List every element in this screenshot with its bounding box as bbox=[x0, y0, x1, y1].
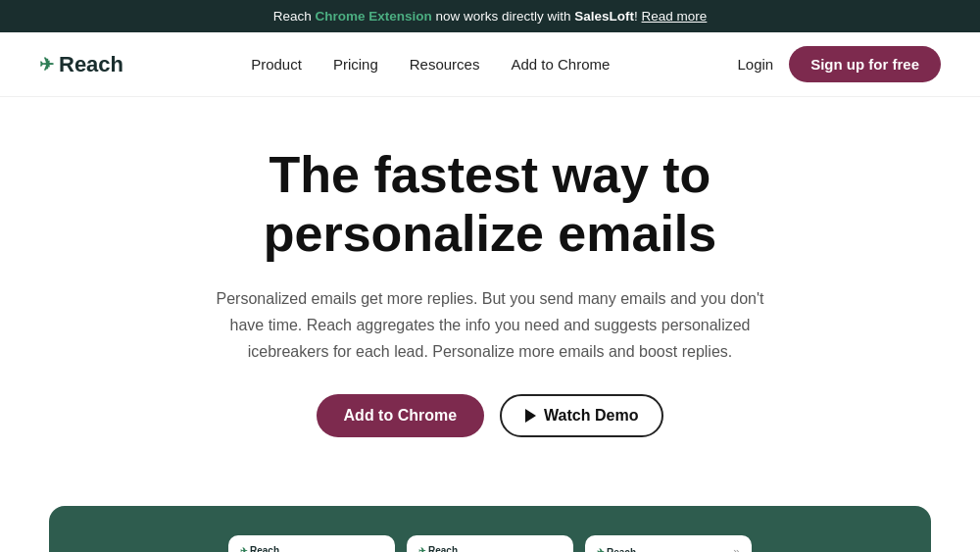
demo-card-3: ✈ Reach » RA Robin Adair bbox=[585, 535, 752, 552]
watch-demo-label: Watch Demo bbox=[544, 407, 638, 425]
watch-demo-button[interactable]: Watch Demo bbox=[500, 394, 663, 437]
banner-mid-text: now works directly with bbox=[432, 9, 575, 24]
banner-salesloft: SalesLoft bbox=[574, 9, 634, 24]
banner-pre-text: Reach bbox=[273, 9, 316, 24]
hero-subtitle: Personalized emails get more replies. Bu… bbox=[206, 285, 774, 366]
logo-text: Reach bbox=[59, 52, 123, 77]
add-to-chrome-button[interactable]: Add to Chrome bbox=[317, 394, 485, 437]
demo-arrow-3: » bbox=[733, 545, 740, 552]
nav-add-to-chrome[interactable]: Add to Chrome bbox=[511, 56, 610, 73]
navbar: ✈ Reach Product Pricing Resources Add to… bbox=[0, 32, 980, 97]
signup-button[interactable]: Sign up for free bbox=[789, 46, 941, 82]
top-banner: Reach Chrome Extension now works directl… bbox=[0, 0, 980, 32]
demo-logo-1: ✈ Reach bbox=[240, 545, 279, 552]
demo-card-1: ✈ Reach RA Robin Adair bbox=[228, 535, 395, 552]
banner-chrome-extension: Chrome Extension bbox=[315, 9, 431, 24]
nav-actions: Login Sign up for free bbox=[737, 46, 941, 82]
nav-product[interactable]: Product bbox=[251, 56, 302, 73]
hero-section: The fastest way to personalize emails Pe… bbox=[0, 97, 980, 506]
logo[interactable]: ✈ Reach bbox=[39, 52, 123, 77]
play-icon bbox=[525, 409, 536, 423]
login-link[interactable]: Login bbox=[737, 56, 773, 73]
nav-resources[interactable]: Resources bbox=[410, 56, 480, 73]
nav-pricing[interactable]: Pricing bbox=[333, 56, 378, 73]
banner-post-text: ! bbox=[634, 9, 642, 24]
demo-logo-3: ✈ Reach bbox=[597, 547, 636, 552]
demo-card-2: ✈ Reach RA Robin Adair bbox=[407, 535, 573, 552]
hero-buttons: Add to Chrome Watch Demo bbox=[39, 394, 941, 437]
banner-read-more[interactable]: Read more bbox=[642, 9, 708, 24]
demo-preview: ✈ Reach RA Robin Adair ✈ Reach RA Robin … bbox=[49, 506, 931, 552]
nav-links: Product Pricing Resources Add to Chrome bbox=[251, 56, 610, 73]
logo-icon: ✈ bbox=[39, 54, 54, 75]
demo-logo-2: ✈ Reach bbox=[418, 545, 458, 552]
hero-title: The fastest way to personalize emails bbox=[147, 146, 833, 264]
